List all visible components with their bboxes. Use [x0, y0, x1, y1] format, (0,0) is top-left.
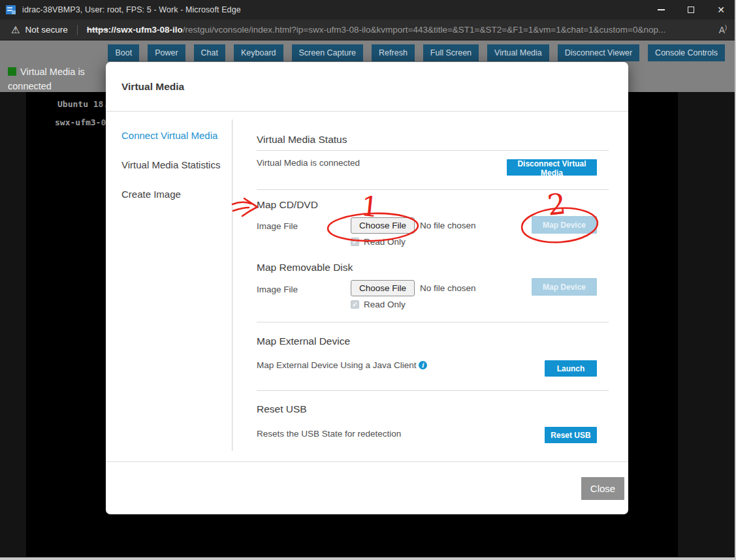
maximize-button[interactable] — [676, 0, 706, 20]
read-aloud-icon[interactable]: A) — [719, 24, 727, 35]
page-favicon-icon — [6, 5, 16, 14]
full-screen-button[interactable]: Full Screen — [423, 44, 479, 61]
sidebar-item-virtual-media-statistics[interactable]: Virtual Media Statistics — [121, 159, 220, 170]
vm-connected-text: Virtual Media is connected — [8, 67, 85, 91]
cd-image-file-label: Image File — [257, 221, 298, 231]
virtual-media-status-heading: Virtual Media Status — [257, 134, 347, 146]
screen-capture-button[interactable]: Screen Capture — [292, 44, 364, 61]
url-path: /restgui/vconsole/index.html?ip=swx-ufm3… — [183, 25, 666, 35]
reset-usb-description: Resets the USB State for redetection — [257, 429, 401, 439]
removable-read-only-label: Read Only — [364, 300, 406, 309]
removable-read-only-checkbox[interactable]: ✓ — [351, 300, 359, 309]
minimize-button[interactable] — [646, 0, 676, 20]
removable-no-file-text: No file chosen — [420, 283, 476, 293]
removable-map-device-button[interactable]: Map Device — [532, 278, 597, 296]
java-client-description: Map External Device Using a Java Client — [257, 360, 417, 370]
sidebar-divider — [232, 119, 232, 451]
url-scheme: https — [87, 25, 108, 35]
url-host: ://swx-ufm3-08-ilo — [108, 25, 183, 35]
section-divider — [257, 150, 609, 151]
address-bar[interactable]: ⚠ Not secure https://swx-ufm3-08-ilo/res… — [0, 20, 736, 40]
section-divider — [257, 322, 609, 322]
address-divider — [77, 25, 78, 35]
keyboard-button[interactable]: Keyboard — [234, 44, 283, 61]
disconnect-virtual-media-button[interactable]: Disconnect Virtual Media — [507, 159, 597, 176]
disconnect-viewer-button[interactable]: Disconnect Viewer — [558, 44, 639, 61]
launch-button[interactable]: Launch — [545, 360, 597, 377]
url-text[interactable]: https://swx-ufm3-08-ilo/restgui/vconsole… — [87, 25, 666, 35]
sidebar-item-create-image[interactable]: Create Image — [121, 189, 181, 200]
not-secure-label[interactable]: Not secure — [25, 25, 67, 35]
cd-no-file-text: No file chosen — [420, 221, 476, 230]
chat-button[interactable]: Chat — [194, 44, 225, 61]
vm-status-text: Virtual Media is connected — [257, 158, 360, 168]
window-title: idrac-38VBMP3, User: root, FPS: 5 - Work… — [22, 5, 241, 14]
map-removable-disk-heading: Map Removable Disk — [257, 262, 353, 273]
maximize-icon — [688, 7, 694, 13]
power-button[interactable]: Power — [148, 44, 185, 61]
virtual-media-dialog: Virtual Media Connect Virtual Media Virt… — [106, 62, 628, 514]
section-divider — [257, 390, 609, 391]
map-cd-dvd-heading: Map CD/DVD — [257, 199, 318, 211]
info-icon[interactable]: i — [419, 361, 427, 369]
close-icon: ✕ — [717, 5, 725, 14]
cd-map-device-button[interactable]: Map Device — [532, 216, 597, 234]
vm-connected-status: Virtual Media is connected — [8, 65, 107, 93]
console-text-line: swx-ufm3-0 — [55, 117, 106, 127]
minimize-icon — [658, 9, 665, 10]
window-titlebar: idrac-38VBMP3, User: root, FPS: 5 - Work… — [0, 0, 736, 20]
cd-choose-file-button[interactable]: Choose File — [351, 217, 415, 234]
removable-image-file-label: Image File — [257, 285, 298, 294]
section-divider — [257, 189, 609, 190]
removable-choose-file-button[interactable]: Choose File — [351, 280, 415, 296]
sidebar-item-connect-virtual-media[interactable]: Connect Virtual Media — [121, 130, 217, 141]
cd-read-only-label: Read Only — [364, 237, 406, 247]
footer-divider — [106, 461, 628, 462]
close-window-button[interactable]: ✕ — [706, 0, 736, 20]
dialog-title: Virtual Media — [121, 81, 184, 93]
warning-icon[interactable]: ⚠ — [11, 24, 20, 36]
boot-button[interactable]: Boot — [108, 44, 139, 61]
console-controls-button[interactable]: Console Controls — [648, 44, 725, 61]
java-client-text: Map External Device Using a Java Clienti — [257, 360, 427, 370]
reset-usb-button[interactable]: Reset USB — [545, 427, 597, 443]
map-external-device-heading: Map External Device — [257, 335, 350, 347]
virtual-media-button[interactable]: Virtual Media — [487, 44, 549, 61]
reset-usb-heading: Reset USB — [257, 403, 307, 415]
cd-read-only-checkbox[interactable]: ✓ — [351, 238, 359, 246]
refresh-button[interactable]: Refresh — [372, 44, 415, 61]
window-bottom-edge — [0, 557, 736, 560]
close-dialog-button[interactable]: Close — [581, 477, 624, 500]
status-indicator-icon — [8, 67, 16, 76]
